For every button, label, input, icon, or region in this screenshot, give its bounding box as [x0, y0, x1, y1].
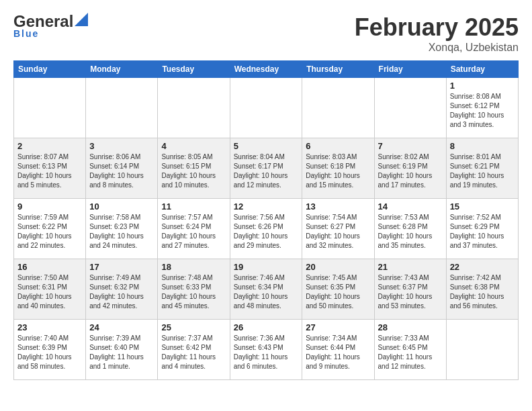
- logo-blue: Blue: [13, 28, 39, 39]
- table-row: [158, 78, 230, 138]
- table-row: [374, 78, 446, 138]
- day-number: 2: [17, 141, 82, 151]
- day-info: Sunrise: 7:46 AM Sunset: 6:34 PM Dayligh…: [234, 273, 299, 311]
- title-block: February 2025 Xonqa, Uzbekistan: [355, 13, 519, 54]
- table-row: 15Sunrise: 7:52 AM Sunset: 6:29 PM Dayli…: [446, 199, 518, 259]
- day-info: Sunrise: 7:59 AM Sunset: 6:22 PM Dayligh…: [17, 213, 82, 250]
- day-number: 24: [89, 322, 154, 332]
- logo-general: General: [13, 13, 73, 30]
- day-info: Sunrise: 8:02 AM Sunset: 6:19 PM Dayligh…: [378, 152, 443, 190]
- day-number: 28: [378, 322, 443, 332]
- day-info: Sunrise: 7:56 AM Sunset: 6:26 PM Dayligh…: [234, 213, 299, 250]
- col-thursday: Thursday: [302, 61, 374, 78]
- table-row: 18Sunrise: 7:48 AM Sunset: 6:33 PM Dayli…: [158, 259, 230, 320]
- day-info: Sunrise: 7:45 AM Sunset: 6:35 PM Dayligh…: [306, 273, 370, 311]
- table-row: 19Sunrise: 7:46 AM Sunset: 6:34 PM Dayli…: [230, 259, 302, 320]
- col-sunday: Sunday: [14, 61, 86, 78]
- table-row: 10Sunrise: 7:58 AM Sunset: 6:23 PM Dayli…: [86, 199, 158, 259]
- col-friday: Friday: [374, 61, 446, 78]
- day-number: 8: [450, 141, 515, 151]
- day-number: 19: [234, 262, 299, 272]
- col-monday: Monday: [86, 61, 158, 78]
- table-row: 27Sunrise: 7:34 AM Sunset: 6:44 PM Dayli…: [302, 320, 374, 380]
- day-number: 5: [234, 141, 299, 151]
- day-number: 23: [17, 322, 82, 332]
- day-info: Sunrise: 8:07 AM Sunset: 6:13 PM Dayligh…: [17, 152, 82, 190]
- day-info: Sunrise: 8:06 AM Sunset: 6:14 PM Dayligh…: [89, 152, 154, 190]
- day-number: 13: [306, 201, 370, 212]
- day-info: Sunrise: 8:01 AM Sunset: 6:21 PM Dayligh…: [450, 152, 515, 190]
- day-number: 15: [450, 201, 515, 212]
- calendar-table: Sunday Monday Tuesday Wednesday Thursday…: [13, 60, 519, 380]
- table-row: [302, 78, 374, 138]
- day-number: 11: [161, 201, 226, 212]
- day-info: Sunrise: 7:58 AM Sunset: 6:23 PM Dayligh…: [89, 213, 154, 250]
- day-info: Sunrise: 8:03 AM Sunset: 6:18 PM Dayligh…: [306, 152, 370, 190]
- day-number: 25: [161, 322, 226, 332]
- calendar-header-row: Sunday Monday Tuesday Wednesday Thursday…: [14, 61, 519, 78]
- day-number: 3: [89, 141, 154, 151]
- day-number: 26: [234, 322, 299, 332]
- month-title: February 2025: [355, 13, 519, 42]
- table-row: 25Sunrise: 7:37 AM Sunset: 6:42 PM Dayli…: [158, 320, 230, 380]
- table-row: 20Sunrise: 7:45 AM Sunset: 6:35 PM Dayli…: [302, 259, 374, 320]
- calendar-week-row: 9Sunrise: 7:59 AM Sunset: 6:22 PM Daylig…: [14, 199, 519, 259]
- day-number: 17: [89, 262, 154, 272]
- table-row: 26Sunrise: 7:36 AM Sunset: 6:43 PM Dayli…: [230, 320, 302, 380]
- table-row: 2Sunrise: 8:07 AM Sunset: 6:13 PM Daylig…: [14, 138, 86, 199]
- day-info: Sunrise: 7:34 AM Sunset: 6:44 PM Dayligh…: [306, 334, 370, 371]
- day-info: Sunrise: 7:43 AM Sunset: 6:37 PM Dayligh…: [378, 273, 443, 311]
- day-info: Sunrise: 7:33 AM Sunset: 6:45 PM Dayligh…: [378, 334, 443, 371]
- day-number: 10: [89, 201, 154, 212]
- table-row: 22Sunrise: 7:42 AM Sunset: 6:38 PM Dayli…: [446, 259, 518, 320]
- table-row: 21Sunrise: 7:43 AM Sunset: 6:37 PM Dayli…: [374, 259, 446, 320]
- table-row: [86, 78, 158, 138]
- day-info: Sunrise: 8:05 AM Sunset: 6:15 PM Dayligh…: [161, 152, 226, 190]
- table-row: 16Sunrise: 7:50 AM Sunset: 6:31 PM Dayli…: [14, 259, 86, 320]
- day-info: Sunrise: 7:53 AM Sunset: 6:28 PM Dayligh…: [378, 213, 443, 250]
- day-number: 22: [450, 262, 515, 272]
- calendar-week-row: 1Sunrise: 8:08 AM Sunset: 6:12 PM Daylig…: [14, 78, 519, 138]
- table-row: [14, 78, 86, 138]
- day-number: 4: [161, 141, 226, 151]
- calendar-week-row: 16Sunrise: 7:50 AM Sunset: 6:31 PM Dayli…: [14, 259, 519, 320]
- table-row: [446, 320, 518, 380]
- day-info: Sunrise: 7:50 AM Sunset: 6:31 PM Dayligh…: [17, 273, 82, 311]
- location: Xonqa, Uzbekistan: [355, 42, 519, 54]
- page-header: General Blue February 2025 Xonqa, Uzbeki…: [13, 13, 519, 54]
- day-info: Sunrise: 7:37 AM Sunset: 6:42 PM Dayligh…: [161, 334, 226, 371]
- day-number: 16: [17, 262, 82, 272]
- table-row: 12Sunrise: 7:56 AM Sunset: 6:26 PM Dayli…: [230, 199, 302, 259]
- day-number: 9: [17, 201, 82, 212]
- col-saturday: Saturday: [446, 61, 518, 78]
- table-row: 7Sunrise: 8:02 AM Sunset: 6:19 PM Daylig…: [374, 138, 446, 199]
- table-row: 3Sunrise: 8:06 AM Sunset: 6:14 PM Daylig…: [86, 138, 158, 199]
- day-info: Sunrise: 7:40 AM Sunset: 6:39 PM Dayligh…: [17, 334, 82, 371]
- table-row: 23Sunrise: 7:40 AM Sunset: 6:39 PM Dayli…: [14, 320, 86, 380]
- day-number: 20: [306, 262, 370, 272]
- day-info: Sunrise: 8:04 AM Sunset: 6:17 PM Dayligh…: [234, 152, 299, 190]
- table-row: 8Sunrise: 8:01 AM Sunset: 6:21 PM Daylig…: [446, 138, 518, 199]
- col-tuesday: Tuesday: [158, 61, 230, 78]
- table-row: 1Sunrise: 8:08 AM Sunset: 6:12 PM Daylig…: [446, 78, 518, 138]
- day-info: Sunrise: 7:57 AM Sunset: 6:24 PM Dayligh…: [161, 213, 226, 250]
- day-info: Sunrise: 7:48 AM Sunset: 6:33 PM Dayligh…: [161, 273, 226, 311]
- table-row: 14Sunrise: 7:53 AM Sunset: 6:28 PM Dayli…: [374, 199, 446, 259]
- day-info: Sunrise: 7:54 AM Sunset: 6:27 PM Dayligh…: [306, 213, 370, 250]
- logo: General Blue: [13, 13, 88, 39]
- day-number: 1: [450, 81, 515, 91]
- table-row: 6Sunrise: 8:03 AM Sunset: 6:18 PM Daylig…: [302, 138, 374, 199]
- table-row: 9Sunrise: 7:59 AM Sunset: 6:22 PM Daylig…: [14, 199, 86, 259]
- day-number: 7: [378, 141, 443, 151]
- table-row: 11Sunrise: 7:57 AM Sunset: 6:24 PM Dayli…: [158, 199, 230, 259]
- table-row: 17Sunrise: 7:49 AM Sunset: 6:32 PM Dayli…: [86, 259, 158, 320]
- table-row: 28Sunrise: 7:33 AM Sunset: 6:45 PM Dayli…: [374, 320, 446, 380]
- day-info: Sunrise: 7:36 AM Sunset: 6:43 PM Dayligh…: [234, 334, 299, 371]
- day-number: 12: [234, 201, 299, 212]
- calendar-week-row: 2Sunrise: 8:07 AM Sunset: 6:13 PM Daylig…: [14, 138, 519, 199]
- table-row: [230, 78, 302, 138]
- table-row: 24Sunrise: 7:39 AM Sunset: 6:40 PM Dayli…: [86, 320, 158, 380]
- day-info: Sunrise: 8:08 AM Sunset: 6:12 PM Dayligh…: [450, 92, 515, 130]
- table-row: 4Sunrise: 8:05 AM Sunset: 6:15 PM Daylig…: [158, 138, 230, 199]
- day-info: Sunrise: 7:49 AM Sunset: 6:32 PM Dayligh…: [89, 273, 154, 311]
